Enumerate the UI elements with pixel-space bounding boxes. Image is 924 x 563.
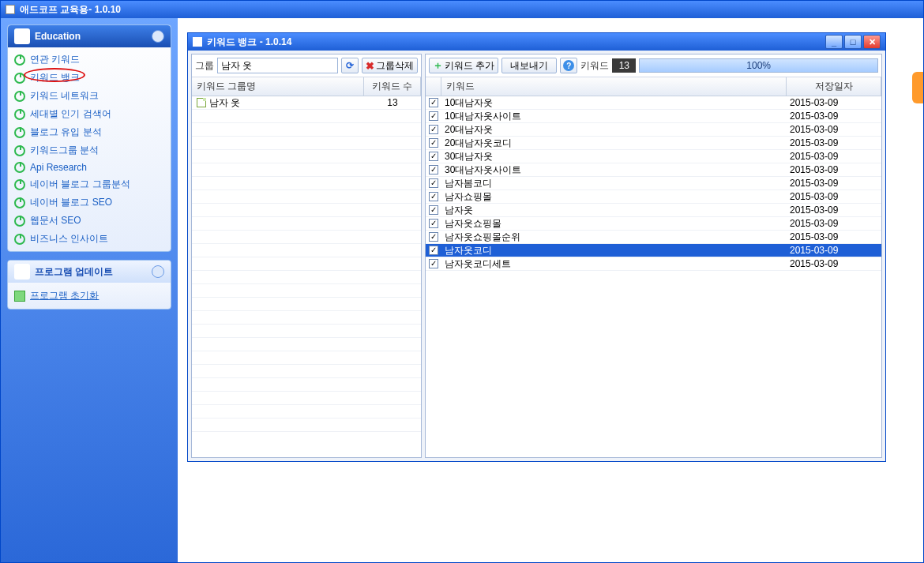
keyword-cell: 남자옷 — [441, 204, 787, 217]
checkbox[interactable]: ✓ — [429, 192, 438, 201]
checkbox[interactable]: ✓ — [429, 111, 438, 121]
add-keyword-button[interactable]: ＋키워드 추가 — [429, 58, 498, 73]
keyword-row[interactable]: ✓10대남자옷2015-03-09 — [426, 96, 881, 110]
chevron-up-icon[interactable] — [152, 30, 164, 43]
group-toolbar: 그룹 ⟳ ✖그룹삭제 — [192, 54, 421, 77]
group-row[interactable]: 남자 옷13 — [192, 96, 421, 110]
checkbox[interactable]: ✓ — [429, 138, 438, 148]
sidebar-item-5[interactable]: 키워드그룹 분석 — [13, 141, 166, 160]
power-icon — [14, 197, 25, 208]
checkbox[interactable]: ✓ — [429, 232, 438, 242]
empty-row — [192, 137, 421, 150]
refresh-button[interactable]: ⟳ — [341, 58, 359, 73]
sidebar-item-7[interactable]: 네이버 블로그 그룹분석 — [13, 175, 166, 193]
education-icon — [14, 28, 30, 44]
keyword-row[interactable]: ✓30대남자옷사이트2015-03-09 — [426, 163, 881, 177]
keyword-row[interactable]: ✓남자옷쇼핑몰순위2015-03-09 — [426, 231, 881, 244]
sidebar-item-label: 네이버 블로그 SEO — [30, 196, 112, 209]
checkbox[interactable]: ✓ — [429, 246, 438, 255]
date-cell: 2015-03-09 — [787, 137, 881, 148]
empty-row — [192, 418, 421, 432]
checkbox[interactable]: ✓ — [429, 98, 438, 107]
power-icon — [14, 216, 25, 227]
checkbox[interactable]: ✓ — [429, 219, 438, 228]
checkbox[interactable]: ✓ — [429, 259, 438, 268]
keyword-row[interactable]: ✓20대남자옷코디2015-03-09 — [426, 137, 881, 150]
checkbox[interactable]: ✓ — [429, 125, 438, 134]
power-icon — [14, 179, 25, 190]
group-grid-body[interactable]: 남자 옷13 — [192, 96, 421, 457]
date-cell: 2015-03-09 — [787, 258, 881, 269]
help-button[interactable]: ? — [560, 58, 577, 73]
sidebar-item-9[interactable]: 웹문서 SEO — [13, 212, 166, 230]
checkbox[interactable]: ✓ — [429, 165, 438, 175]
keyword-cell: 남자봄코디 — [441, 177, 787, 190]
keyword-grid-body[interactable]: ✓10대남자옷2015-03-09✓10대남자옷사이트2015-03-09✓20… — [426, 96, 881, 457]
checkbox[interactable]: ✓ — [429, 178, 438, 188]
chevron-up-icon[interactable] — [152, 265, 164, 278]
col-date[interactable]: 저장일자 — [787, 77, 881, 96]
col-keyword-count[interactable]: 키워드 수 — [364, 77, 421, 96]
date-cell: 2015-03-09 — [787, 97, 881, 108]
empty-row — [192, 378, 421, 392]
keyword-cell: 남자쇼핑몰 — [441, 190, 787, 204]
keyword-cell: 20대남자옷 — [441, 123, 787, 137]
inner-titlebar[interactable]: 키워드 뱅크 - 1.0.14 _ □ ✕ — [188, 33, 885, 51]
keyword-cell: 10대남자옷 — [441, 96, 787, 110]
col-checkbox[interactable] — [426, 77, 441, 96]
empty-row — [192, 298, 421, 311]
minimize-button[interactable]: _ — [825, 35, 843, 49]
checkbox[interactable]: ✓ — [429, 152, 438, 161]
keyword-cell: 30대남자옷 — [441, 150, 787, 163]
question-icon: ? — [563, 60, 574, 71]
keyword-cell: 10대남자옷사이트 — [441, 110, 787, 123]
keyword-pane: ＋키워드 추가 내보내기 ? 키워드 13 100% 키워드 저장일자 — [425, 54, 882, 458]
sidebar-item-6[interactable]: Api Research — [13, 160, 166, 175]
close-button[interactable]: ✕ — [863, 35, 881, 49]
sidebar-item-4[interactable]: 블로그 유입 분석 — [13, 123, 166, 141]
update-panel-header[interactable]: 프로그램 업데이트 — [8, 261, 171, 283]
delete-group-button[interactable]: ✖그룹삭제 — [362, 58, 418, 73]
keyword-row[interactable]: ✓남자옷쇼핑몰2015-03-09 — [426, 217, 881, 231]
plus-icon: ＋ — [433, 58, 443, 73]
keyword-row[interactable]: ✓남자옷2015-03-09 — [426, 204, 881, 217]
sidebar-item-10[interactable]: 비즈니스 인사이트 — [13, 230, 166, 248]
group-input[interactable] — [217, 58, 338, 73]
checkbox[interactable]: ✓ — [429, 205, 438, 215]
empty-row — [192, 177, 421, 190]
sidebar-item-1[interactable]: 키워드 뱅크 — [13, 69, 166, 87]
sidebar-item-3[interactable]: 세대별 인기 검색어 — [13, 105, 166, 123]
export-button[interactable]: 내보내기 — [501, 58, 557, 73]
empty-row — [192, 325, 421, 338]
outer-titlebar[interactable]: 애드코프 교육용- 1.0.10 — [1, 1, 923, 18]
keyword-row[interactable]: ✓30대남자옷2015-03-09 — [426, 150, 881, 163]
empty-row — [192, 338, 421, 351]
education-panel-header[interactable]: Education — [8, 25, 171, 47]
keyword-row[interactable]: ✓20대남자옷2015-03-09 — [426, 123, 881, 137]
maximize-button[interactable]: □ — [844, 35, 862, 49]
date-cell: 2015-03-09 — [787, 151, 881, 162]
sidebar-item-2[interactable]: 키워드 네트워크 — [13, 87, 166, 105]
sidebar-item-0[interactable]: 연관 키워드 — [13, 51, 166, 69]
progress-pct: 100% — [640, 59, 877, 72]
document-icon — [197, 98, 206, 107]
col-keyword[interactable]: 키워드 — [441, 77, 787, 96]
power-icon — [14, 109, 25, 120]
power-icon — [14, 127, 25, 138]
col-group-name[interactable]: 키워드 그룹명 — [192, 77, 364, 96]
keyword-row[interactable]: ✓남자봄코디2015-03-09 — [426, 177, 881, 190]
keyword-row[interactable]: ✓10대남자옷사이트2015-03-09 — [426, 110, 881, 123]
inner-window-icon — [193, 37, 202, 47]
keyword-count-box: 13 — [612, 58, 636, 73]
side-tab-handle[interactable] — [912, 72, 923, 103]
empty-row — [192, 150, 421, 163]
update-item-0[interactable]: 프로그램 초기화 — [13, 286, 166, 306]
keyword-row[interactable]: ✓남자옷코디2015-03-09 — [426, 244, 881, 257]
keyword-row[interactable]: ✓남자옷코디세트2015-03-09 — [426, 257, 881, 271]
empty-row — [192, 351, 421, 365]
keyword-row[interactable]: ✓남자쇼핑몰2015-03-09 — [426, 190, 881, 204]
x-icon: ✖ — [366, 60, 374, 72]
sidebar-item-8[interactable]: 네이버 블로그 SEO — [13, 193, 166, 212]
date-cell: 2015-03-09 — [787, 191, 881, 202]
sidebar-item-label: 네이버 블로그 그룹분석 — [30, 178, 130, 191]
